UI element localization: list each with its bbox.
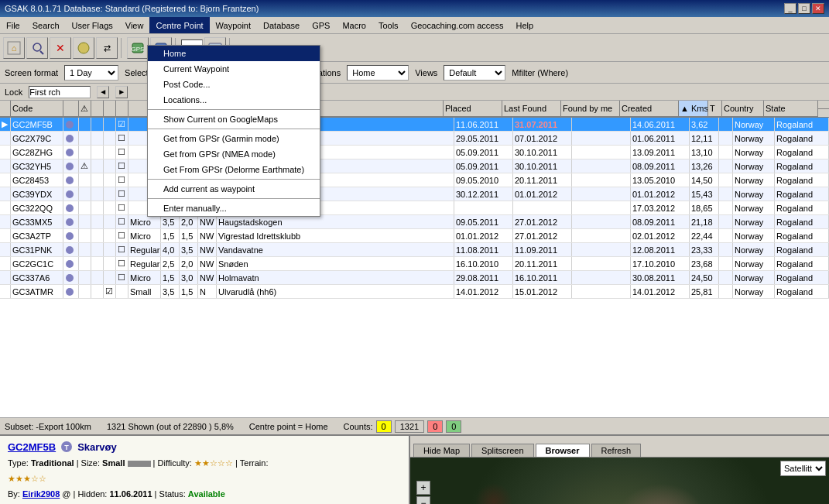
- count4-box: 0: [446, 420, 461, 433]
- svg-point-2: [33, 43, 41, 51]
- dropdown-item-locations[interactable]: Locations...: [148, 92, 320, 108]
- at-sign: @: [62, 489, 73, 499]
- status-label: Status:: [159, 489, 186, 499]
- menu-tools[interactable]: Tools: [372, 17, 405, 33]
- dropdown-item-show-google[interactable]: Show Current on GoogleMaps: [148, 111, 320, 127]
- search-next-btn[interactable]: ►: [115, 86, 128, 98]
- minimize-btn[interactable]: _: [784, 3, 796, 14]
- svg-point-15: [66, 149, 74, 156]
- dropdown-item-add-waypoint[interactable]: Add current as waypoint: [148, 181, 320, 197]
- counts-label: Counts:: [344, 422, 373, 431]
- svg-point-24: [66, 274, 74, 282]
- tab-hide-map[interactable]: Hide Map: [413, 444, 470, 457]
- tab-browser[interactable]: Browser: [536, 444, 590, 457]
- table-row[interactable]: GC32YH5 ⚠ ☐ 05.09.2011 30.10.2011 08.09.…: [0, 159, 829, 173]
- table-row[interactable]: GC28453 ☐ 09.05.2010 20.11.2011 13.05.20…: [0, 173, 829, 187]
- terrain-label: Terrain:: [240, 458, 269, 468]
- menu-help[interactable]: Help: [509, 17, 540, 33]
- table-row[interactable]: GC39YDX ☐ 30.12.2011 01.01.2012 01.01.20…: [0, 187, 829, 201]
- maximize-btn[interactable]: □: [798, 3, 810, 14]
- map-container: Satellitt Kart Hybrid + −: [410, 458, 829, 504]
- col-hdr-kms[interactable]: ▲ Kms: [679, 101, 708, 117]
- col-hdr-found: [104, 101, 116, 117]
- title-controls[interactable]: _ □ ✕: [784, 3, 824, 14]
- tab-refresh[interactable]: Refresh: [591, 444, 642, 457]
- row-tf: [719, 118, 733, 131]
- col-hdr-code[interactable]: Code: [11, 101, 63, 117]
- svg-text:GPS: GPS: [132, 46, 145, 53]
- table-row[interactable]: GC33MX5 ☐ Micro 3,5 2,0 NW Haugstadskoge…: [0, 215, 829, 229]
- menu-gps[interactable]: GPS: [306, 17, 336, 33]
- row-code: GC2MF5B: [11, 118, 63, 131]
- zoom-controls: + −: [416, 481, 430, 504]
- toolbar-btn-gps1[interactable]: GPS: [127, 37, 149, 59]
- row-arrow: ▶: [0, 118, 11, 131]
- dropdown-item-gpsr-delorme[interactable]: Get From GPSr (Delorme Earthmate): [148, 162, 320, 177]
- dropdown-item-home[interactable]: Home: [148, 46, 320, 61]
- screen-format-select[interactable]: 1 Day: [64, 65, 118, 81]
- col-hdr-state[interactable]: State: [764, 101, 818, 117]
- dropdown-item-gpsr-garmin[interactable]: Get from GPSr (Garmin mode): [148, 131, 320, 146]
- cache-gc-code[interactable]: GC2MF5B: [8, 441, 56, 453]
- table-row[interactable]: GC28ZHG ☐ 05.09.2011 30.10.2011 13.09.20…: [0, 146, 829, 159]
- menu-waypoint[interactable]: Waypoint: [210, 17, 257, 33]
- table-row[interactable]: GC31PNK ☐ Regular 4,0 3,5 NW Vandavatne …: [0, 243, 829, 257]
- cache-meta: Type: Traditional | Size: Small | Diffic…: [8, 456, 401, 471]
- zoom-in-btn[interactable]: +: [416, 481, 430, 495]
- row-placed: 11.06.2011: [454, 118, 513, 131]
- col-hdr-placed[interactable]: Placed: [444, 101, 502, 117]
- table-row[interactable]: ▶ GC2MF5B ☑ 11.06.2011 31.07.2011 14.06.…: [0, 118, 829, 132]
- table-row[interactable]: GC3A2TP ☐ Micro 1,5 1,5 NW Vigrestad Idr…: [0, 229, 829, 243]
- difficulty-stars: ★★☆☆☆: [194, 458, 233, 468]
- type-value: Traditional: [31, 458, 74, 468]
- toolbar-btn-2[interactable]: [26, 37, 48, 59]
- locations-select[interactable]: Home: [347, 65, 409, 81]
- views-select[interactable]: Default: [444, 65, 505, 81]
- menu-geocaching[interactable]: Geocaching.com access: [405, 17, 510, 33]
- tab-splitscreen[interactable]: Splitscreen: [471, 444, 533, 457]
- svg-point-20: [66, 218, 74, 226]
- menu-view[interactable]: View: [119, 17, 150, 33]
- col-hdr-last-found[interactable]: Last Found: [502, 101, 561, 117]
- table-row[interactable]: GC2GC1C ☐ Regular 2,5 2,0 NW Snøden 16.1…: [0, 257, 829, 271]
- menu-user-flags[interactable]: User Flags: [66, 17, 119, 33]
- toolbar-btn-3[interactable]: ✕: [50, 37, 71, 59]
- count2-box: 1321: [395, 420, 424, 433]
- toolbar-btn-5[interactable]: ⇄: [96, 37, 118, 59]
- col-hdr-country[interactable]: Country: [722, 101, 764, 117]
- menu-centre-point[interactable]: Centre Point: [149, 17, 209, 33]
- table-row[interactable]: GC3ATMR ☑ Small 3,5 1,5 N Ulvarudlå (hh6…: [0, 285, 829, 299]
- menu-file[interactable]: File: [0, 17, 26, 33]
- zoom-out-btn[interactable]: −: [416, 496, 430, 504]
- hidden-label: Hidden:: [78, 489, 108, 499]
- row-created: 14.06.2011: [631, 118, 690, 131]
- dropdown-item-current-waypoint[interactable]: Current Waypoint: [148, 61, 320, 77]
- menu-bar: File Search User Flags View Centre Point…: [0, 17, 829, 34]
- svg-point-21: [66, 232, 74, 240]
- search-prev-btn[interactable]: ◄: [97, 86, 109, 98]
- lock-label: Lock: [5, 87, 22, 97]
- table-row[interactable]: GC337A6 ☐ Micro 1,5 3,0 NW Holmavatn 29.…: [0, 271, 829, 285]
- map-type-select[interactable]: Satellitt Kart Hybrid: [780, 461, 826, 476]
- size-label: Size:: [81, 458, 100, 468]
- dropdown-sep-1: [148, 109, 320, 110]
- table-row[interactable]: GC322QQ ☐ 17.03.2012 18,65 Norway Rogala…: [0, 201, 829, 215]
- by-value[interactable]: Eirik2908: [22, 489, 60, 499]
- dropdown-item-post-code[interactable]: Post Code...: [148, 77, 320, 92]
- close-btn[interactable]: ✕: [812, 3, 824, 14]
- col-hdr-tf[interactable]: T: [708, 101, 722, 117]
- toolbar-sep-1: [121, 38, 124, 58]
- table-row[interactable]: GC2X79C ☐ 29.05.2011 07.01.2012 01.06.20…: [0, 132, 829, 146]
- title-bar: GSAK 8.0.1.71 Database: Standard (Regist…: [0, 0, 829, 17]
- dropdown-item-gpsr-nmea[interactable]: Get from GPSr (NMEA mode): [148, 146, 320, 162]
- toolbar-btn-4[interactable]: [73, 37, 94, 59]
- search-input[interactable]: [29, 86, 91, 98]
- menu-search[interactable]: Search: [26, 17, 66, 33]
- dropdown-item-enter-manually[interactable]: Enter manually...: [148, 201, 320, 216]
- cache-table: ▶ GC2MF5B ☑ 11.06.2011 31.07.2011 14.06.…: [0, 118, 829, 417]
- col-hdr-created[interactable]: Created: [620, 101, 679, 117]
- col-hdr-found-by-me[interactable]: Found by me: [561, 101, 620, 117]
- menu-macro[interactable]: Macro: [336, 17, 372, 33]
- toolbar-btn-1[interactable]: ⌂: [3, 37, 25, 59]
- menu-database[interactable]: Database: [257, 17, 306, 33]
